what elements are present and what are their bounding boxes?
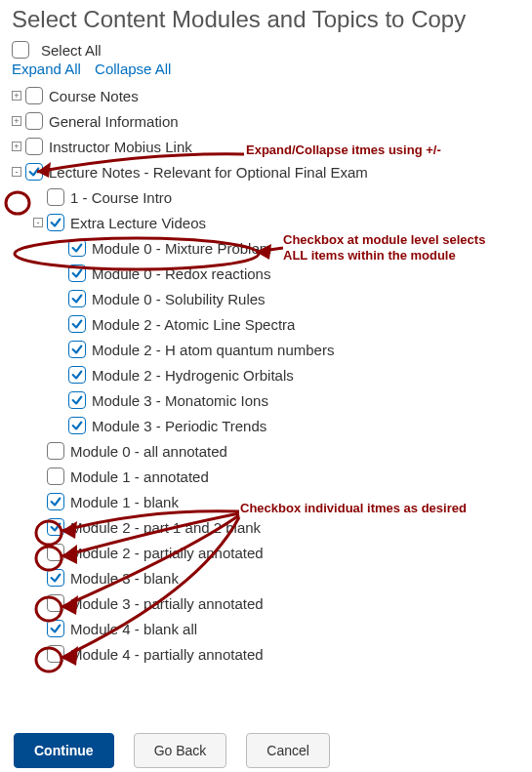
item-label: Module 0 - Redox reactions: [92, 265, 270, 282]
tree-row: Module 3 - Periodic Trends: [12, 413, 532, 438]
toggler-spacer: [33, 649, 43, 659]
item-label: Module 4 - partially annotated: [70, 646, 264, 663]
tree-row: Module 2 - part 1 and 2 blank: [12, 514, 532, 540]
item-checkbox[interactable]: [68, 366, 86, 384]
toggler-spacer: [33, 192, 43, 202]
item-label: Course Notes: [49, 88, 139, 104]
collapse-all-link[interactable]: Collapse All: [95, 61, 171, 77]
continue-button[interactable]: Continue: [14, 733, 114, 768]
item-checkbox[interactable]: [68, 290, 86, 307]
tree-row: Module 0 - Redox reactions: [12, 261, 532, 286]
item-checkbox[interactable]: [47, 645, 64, 663]
expand-icon[interactable]: +: [12, 142, 21, 151]
toggler-spacer: [55, 421, 64, 430]
item-checkbox[interactable]: [47, 518, 64, 536]
item-label: 1 - Course Intro: [70, 189, 172, 206]
tree-row: Module 4 - partially annotated: [12, 641, 532, 667]
cancel-button[interactable]: Cancel: [246, 733, 330, 768]
item-label: Module 2 - part 1 and 2 blank: [70, 519, 261, 536]
toggler-spacer: [33, 446, 43, 456]
item-checkbox[interactable]: [68, 417, 86, 434]
tree-row: -Extra Lecture Videos: [12, 210, 532, 235]
tree-row: Module 0 - all annotated: [12, 438, 532, 464]
tree-row: Module 2 - Hydrogenic Orbitals: [12, 362, 532, 387]
toggler-spacer: [33, 497, 43, 507]
item-checkbox[interactable]: [25, 87, 43, 104]
item-checkbox[interactable]: [47, 442, 64, 460]
toggler-spacer: [55, 395, 64, 405]
toggler-spacer: [33, 573, 43, 583]
tree-row: Module 2 - H atom quantum numbers: [12, 337, 532, 362]
toggler-spacer: [55, 294, 64, 304]
toggler-spacer: [33, 471, 43, 481]
item-label: Module 1 - annotated: [70, 468, 209, 485]
item-label: Module 2 - Atomic Line Spectra: [92, 316, 295, 333]
item-checkbox[interactable]: [47, 188, 64, 206]
item-checkbox[interactable]: [68, 391, 86, 409]
go-back-button[interactable]: Go Back: [134, 733, 227, 768]
item-label: Module 1 - blank: [70, 494, 179, 510]
toggler-spacer: [55, 345, 64, 354]
item-label: Module 2 - H atom quantum numbers: [92, 342, 334, 358]
tree-row: Module 2 - partially annotated: [12, 540, 532, 565]
item-checkbox[interactable]: [47, 493, 64, 510]
toggler-spacer: [55, 243, 64, 253]
item-label: Lecture Notes - Relevant for Optional Fi…: [49, 164, 368, 181]
module-tree: +Course Notes+General Information+Instru…: [12, 83, 532, 667]
expand-icon[interactable]: +: [12, 91, 21, 101]
toggler-spacer: [55, 370, 64, 380]
item-label: Module 3 - Monatomic Ions: [92, 392, 268, 409]
item-label: General Information: [49, 113, 179, 130]
item-label: Module 2 - partially annotated: [70, 545, 264, 561]
item-label: Instructor Mobius Link: [49, 139, 192, 155]
item-label: Module 0 - Mixture Problem: [92, 240, 271, 257]
item-label: Module 3 - Periodic Trends: [92, 418, 266, 434]
item-label: Module 4 - blank all: [70, 621, 197, 637]
item-checkbox[interactable]: [47, 569, 64, 587]
item-label: Module 3 - blank: [70, 570, 179, 587]
collapse-icon[interactable]: -: [33, 218, 43, 227]
tree-row: Module 2 - Atomic Line Spectra: [12, 311, 532, 337]
collapse-icon[interactable]: -: [12, 167, 21, 177]
expand-icon[interactable]: +: [12, 116, 21, 126]
tree-row: +Instructor Mobius Link: [12, 134, 532, 159]
item-checkbox[interactable]: [25, 138, 43, 155]
item-checkbox[interactable]: [47, 544, 64, 561]
item-label: Module 0 - all annotated: [70, 443, 227, 460]
item-checkbox[interactable]: [68, 315, 86, 333]
item-checkbox[interactable]: [47, 594, 64, 612]
item-label: Extra Lecture Videos: [70, 215, 206, 231]
toggler-spacer: [33, 624, 43, 633]
item-checkbox[interactable]: [68, 264, 86, 282]
toggler-spacer: [33, 522, 43, 532]
select-all-label: Select All: [41, 42, 102, 59]
select-all-checkbox[interactable]: [12, 41, 29, 59]
item-checkbox[interactable]: [68, 239, 86, 257]
tree-row: Module 0 - Mixture Problem: [12, 235, 532, 261]
toggler-spacer: [55, 319, 64, 329]
tree-row: +Course Notes: [12, 83, 532, 108]
item-checkbox[interactable]: [47, 214, 64, 231]
item-checkbox[interactable]: [25, 112, 43, 130]
expand-all-link[interactable]: Expand All: [12, 61, 81, 77]
item-checkbox[interactable]: [68, 341, 86, 358]
tree-row: Module 3 - Monatomic Ions: [12, 387, 532, 413]
item-label: Module 2 - Hydrogenic Orbitals: [92, 367, 294, 384]
toggler-spacer: [33, 598, 43, 608]
tree-row: Module 4 - blank all: [12, 616, 532, 641]
item-checkbox[interactable]: [47, 620, 64, 637]
item-checkbox[interactable]: [47, 467, 64, 485]
tree-row: Module 3 - blank: [12, 565, 532, 590]
item-label: Module 0 - Solubility Rules: [92, 291, 266, 307]
item-label: Module 3 - partially annotated: [70, 595, 264, 612]
tree-row: Module 1 - blank: [12, 489, 532, 514]
toggler-spacer: [33, 548, 43, 557]
page-title: Select Content Modules and Topics to Cop…: [12, 6, 532, 33]
item-checkbox[interactable]: [25, 163, 43, 181]
tree-row: -Lecture Notes - Relevant for Optional F…: [12, 159, 532, 184]
tree-row: Module 0 - Solubility Rules: [12, 286, 532, 311]
tree-row: +General Information: [12, 108, 532, 134]
toggler-spacer: [55, 268, 64, 278]
tree-row: 1 - Course Intro: [12, 184, 532, 210]
tree-row: Module 1 - annotated: [12, 464, 532, 489]
